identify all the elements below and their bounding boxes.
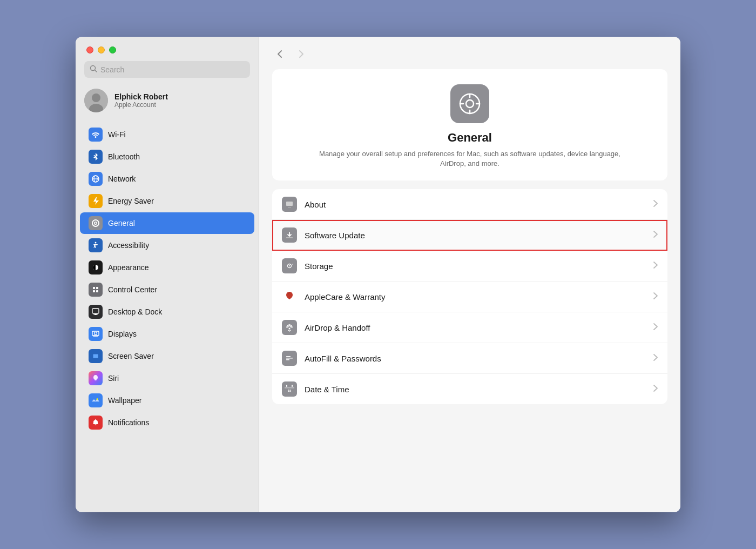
software-update-chevron bbox=[653, 231, 658, 239]
sidebar-item-label-appearance: Appearance bbox=[108, 263, 149, 272]
sidebar-item-label-siri: Siri bbox=[108, 374, 119, 383]
sidebar-item-general[interactable]: General bbox=[80, 212, 254, 234]
user-profile[interactable]: Elphick Robert Apple Account bbox=[76, 84, 259, 121]
energy-icon bbox=[89, 194, 103, 208]
autofill-label: AutoFill & Passwords bbox=[305, 354, 646, 363]
sidebar-item-label-control: Control Center bbox=[108, 285, 157, 294]
svg-point-38 bbox=[292, 264, 293, 265]
airdrop-chevron bbox=[653, 323, 658, 332]
sidebar-item-siri[interactable]: Siri bbox=[80, 367, 254, 389]
general-icon bbox=[89, 216, 103, 230]
notifications-icon bbox=[89, 416, 103, 430]
sidebar-item-appearance[interactable]: Appearance bbox=[80, 257, 254, 278]
about-chevron bbox=[653, 200, 658, 209]
search-icon bbox=[90, 65, 97, 74]
settings-row-applecare[interactable]: AppleCare & Warranty bbox=[272, 282, 667, 312]
svg-point-8 bbox=[95, 242, 97, 244]
sidebar-item-label-accessibility: Accessibility bbox=[108, 241, 149, 250]
svg-point-23 bbox=[97, 398, 98, 400]
sidebar-item-displays[interactable]: Displays bbox=[80, 323, 254, 345]
sidebar-item-label-network: Network bbox=[108, 175, 136, 183]
appearance-icon bbox=[89, 260, 103, 274]
general-header-icon bbox=[450, 84, 489, 123]
software-update-label: Software Update bbox=[305, 231, 646, 240]
sidebar-item-label-energy: Energy Saver bbox=[108, 197, 154, 205]
wallpaper-icon bbox=[89, 393, 103, 407]
svg-text:15: 15 bbox=[288, 389, 292, 392]
settings-row-datetime[interactable]: 15 Date & Time bbox=[272, 374, 667, 404]
storage-icon bbox=[282, 258, 297, 273]
storage-label: Storage bbox=[305, 262, 646, 271]
svg-point-40 bbox=[289, 328, 291, 330]
settings-row-about[interactable]: About bbox=[272, 189, 667, 220]
sidebar-item-label-general: General bbox=[108, 219, 135, 227]
sidebar: Search Elphick Robert Apple Account bbox=[76, 37, 259, 512]
sidebar-item-wifi[interactable]: Wi-Fi bbox=[80, 124, 254, 145]
applecare-chevron bbox=[653, 292, 658, 301]
user-name: Elphick Robert bbox=[114, 92, 168, 101]
sidebar-item-wallpaper[interactable]: Wallpaper bbox=[80, 390, 254, 411]
traffic-lights bbox=[76, 37, 259, 61]
minimize-button[interactable] bbox=[98, 46, 105, 53]
forward-button[interactable] bbox=[294, 46, 309, 62]
sidebar-item-bluetooth[interactable]: Bluetooth bbox=[80, 146, 254, 168]
datetime-label: Date & Time bbox=[305, 385, 646, 394]
svg-line-1 bbox=[95, 70, 97, 72]
svg-rect-31 bbox=[286, 202, 293, 206]
svg-rect-42 bbox=[286, 356, 291, 357]
search-bar[interactable]: Search bbox=[84, 61, 250, 78]
bluetooth-icon bbox=[89, 150, 103, 164]
displays-icon bbox=[89, 327, 103, 341]
toolbar bbox=[259, 37, 680, 69]
sidebar-item-label-screensaver: Screen Saver bbox=[108, 352, 154, 360]
sidebar-item-label-notifications: Notifications bbox=[108, 418, 149, 427]
general-title: General bbox=[448, 131, 492, 145]
sidebar-item-accessibility[interactable]: Accessibility bbox=[80, 235, 254, 256]
sidebar-item-notifications[interactable]: Notifications bbox=[80, 412, 254, 433]
settings-row-airdrop[interactable]: AirDrop & Handoff bbox=[272, 312, 667, 343]
datetime-icon: 15 bbox=[282, 381, 297, 397]
applecare-icon bbox=[282, 289, 297, 304]
sidebar-item-network[interactable]: Network bbox=[80, 168, 254, 190]
sidebar-item-label-desktop: Desktop & Dock bbox=[108, 307, 162, 316]
wifi-icon bbox=[89, 128, 103, 142]
autofill-chevron bbox=[653, 354, 658, 363]
settings-section: About Software Update bbox=[272, 189, 667, 404]
sidebar-item-label-wallpaper: Wallpaper bbox=[108, 396, 142, 405]
svg-rect-15 bbox=[96, 290, 98, 292]
user-info: Elphick Robert Apple Account bbox=[114, 92, 168, 109]
datetime-chevron bbox=[653, 385, 658, 393]
sidebar-item-label-bluetooth: Bluetooth bbox=[108, 152, 140, 161]
svg-rect-44 bbox=[286, 359, 289, 360]
sidebar-item-control[interactable]: Control Center bbox=[80, 279, 254, 300]
user-subtitle: Apple Account bbox=[114, 101, 168, 109]
svg-rect-21 bbox=[93, 354, 98, 358]
svg-rect-12 bbox=[93, 287, 95, 289]
content-area: General Manage your overall setup and pr… bbox=[259, 69, 680, 512]
svg-point-3 bbox=[92, 93, 100, 102]
close-button[interactable] bbox=[86, 46, 93, 53]
applecare-label: AppleCare & Warranty bbox=[305, 292, 646, 302]
system-preferences-window: Search Elphick Robert Apple Account bbox=[76, 37, 680, 512]
sidebar-item-label-displays: Displays bbox=[108, 330, 137, 338]
sidebar-item-label-wifi: Wi-Fi bbox=[108, 130, 126, 139]
settings-row-autofill[interactable]: AutoFill & Passwords bbox=[272, 343, 667, 374]
sidebar-item-energy[interactable]: Energy Saver bbox=[80, 190, 254, 212]
settings-row-storage[interactable]: Storage bbox=[272, 251, 667, 282]
network-icon bbox=[89, 172, 103, 186]
svg-point-25 bbox=[466, 100, 474, 108]
svg-rect-34 bbox=[286, 237, 293, 238]
back-button[interactable] bbox=[272, 46, 287, 62]
about-icon bbox=[282, 197, 297, 212]
software-update-icon bbox=[282, 227, 297, 243]
general-description: Manage your overall setup and preference… bbox=[319, 149, 621, 169]
desktop-icon bbox=[89, 305, 103, 319]
airdrop-label: AirDrop & Handoff bbox=[305, 323, 646, 332]
svg-rect-14 bbox=[93, 290, 95, 292]
sidebar-item-desktop[interactable]: Desktop & Dock bbox=[80, 301, 254, 323]
about-label: About bbox=[305, 200, 646, 209]
maximize-button[interactable] bbox=[109, 46, 116, 53]
screensaver-icon bbox=[89, 349, 103, 363]
settings-row-software-update[interactable]: Software Update bbox=[272, 220, 667, 251]
sidebar-item-screensaver[interactable]: Screen Saver bbox=[80, 345, 254, 367]
